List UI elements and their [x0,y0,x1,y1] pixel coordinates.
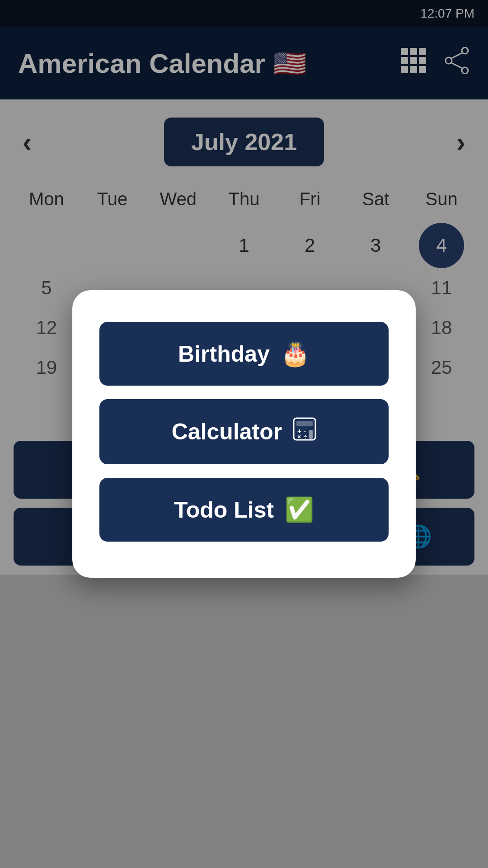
calculator-label: Calculator [172,419,282,445]
svg-rect-15 [296,421,313,426]
modal-overlay[interactable]: Birthday 🎂 Calculator + - × ÷ Todo List … [0,0,488,868]
calculator-icon: + - × ÷ [293,417,316,446]
birthday-button[interactable]: Birthday 🎂 [99,322,389,386]
calculator-button[interactable]: Calculator + - × ÷ [99,399,389,464]
todo-list-button[interactable]: Todo List ✅ [99,478,389,542]
svg-text:×: × [297,433,301,440]
svg-rect-20 [309,430,313,439]
popup-modal: Birthday 🎂 Calculator + - × ÷ Todo List … [72,290,416,578]
todo-list-label: Todo List [174,497,274,523]
birthday-label: Birthday [178,341,270,367]
todo-list-icon: ✅ [285,496,314,524]
svg-text:÷: ÷ [304,433,307,440]
birthday-icon: 🎂 [281,340,310,368]
